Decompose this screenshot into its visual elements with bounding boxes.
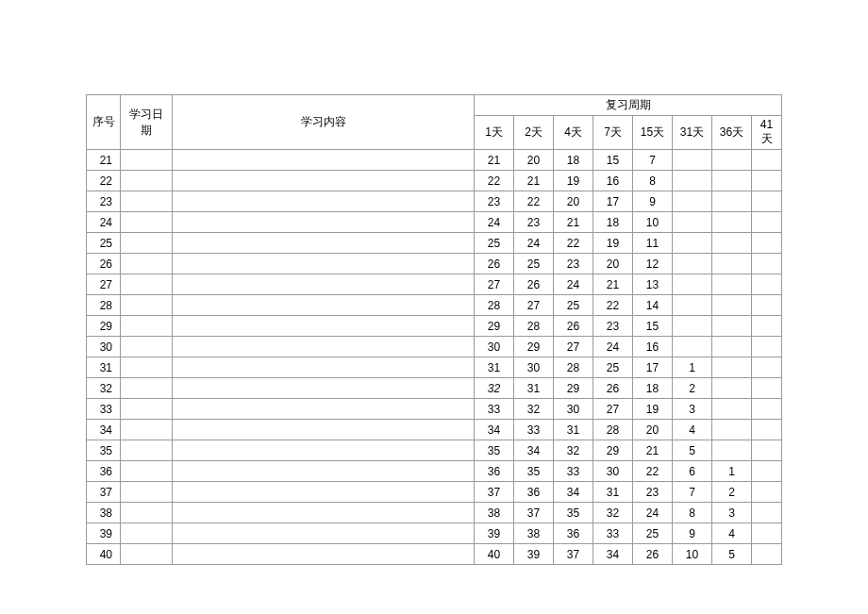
cell-date: [121, 378, 173, 399]
cell-d15: 12: [633, 254, 673, 274]
cell-d2: 28: [514, 316, 554, 337]
cell-d15: 26: [633, 544, 673, 565]
cell-content: [173, 171, 475, 191]
cell-d41: [752, 150, 782, 171]
table-body: 2121201815722222119168232322201792424232…: [87, 150, 782, 565]
cell-d1: 21: [475, 150, 514, 171]
cell-d36: 1: [712, 461, 752, 482]
cell-d4: 20: [554, 191, 593, 212]
cell-d15: 17: [633, 357, 673, 378]
cell-d41: [752, 544, 782, 565]
cell-d2: 27: [514, 295, 554, 316]
cell-seq: 34: [87, 420, 121, 440]
cell-content: [173, 274, 475, 295]
cell-d4: 21: [554, 212, 593, 233]
cell-content: [173, 440, 475, 461]
cell-d4: 34: [554, 482, 593, 503]
cell-d41: [752, 461, 782, 482]
table-row: 3434333128204: [87, 420, 782, 440]
cell-d31: 10: [673, 544, 712, 565]
table-row: 38383735322483: [87, 503, 782, 523]
cell-seq: 32: [87, 378, 121, 399]
cell-d36: [712, 316, 752, 337]
table-row: 272726242113: [87, 274, 782, 295]
table-row: 282827252214: [87, 295, 782, 316]
cell-d41: [752, 337, 782, 357]
cell-d7: 22: [593, 295, 633, 316]
cell-d41: [752, 378, 782, 399]
cell-d31: 3: [673, 399, 712, 420]
cell-d36: [712, 191, 752, 212]
cell-d15: 10: [633, 212, 673, 233]
cell-d15: 15: [633, 316, 673, 337]
cell-content: [173, 337, 475, 357]
cell-d31: 4: [673, 420, 712, 440]
cell-d41: [752, 274, 782, 295]
cell-d4: 28: [554, 357, 593, 378]
cell-d31: 1: [673, 357, 712, 378]
cell-d15: 19: [633, 399, 673, 420]
cell-d41: [752, 191, 782, 212]
cell-d2: 35: [514, 461, 554, 482]
cell-date: [121, 544, 173, 565]
table-row: 3232312926182: [87, 378, 782, 399]
cell-date: [121, 523, 173, 544]
cell-d15: 20: [633, 420, 673, 440]
cell-d36: [712, 254, 752, 274]
table-row: 404039373426105: [87, 544, 782, 565]
cell-d1: 23: [475, 191, 514, 212]
cell-d4: 33: [554, 461, 593, 482]
cell-d4: 22: [554, 233, 593, 254]
cell-d7: 21: [593, 274, 633, 295]
cell-content: [173, 503, 475, 523]
cell-d1: 38: [475, 503, 514, 523]
cell-d15: 21: [633, 440, 673, 461]
cell-d31: [673, 191, 712, 212]
cell-seq: 30: [87, 337, 121, 357]
cell-d7: 26: [593, 378, 633, 399]
cell-d7: 25: [593, 357, 633, 378]
header-day-2: 2天: [514, 116, 554, 150]
cell-d1: 33: [475, 399, 514, 420]
cell-d7: 18: [593, 212, 633, 233]
cell-d1: 24: [475, 212, 514, 233]
cell-date: [121, 233, 173, 254]
cell-date: [121, 461, 173, 482]
table-row: 22222119168: [87, 171, 782, 191]
cell-d36: [712, 150, 752, 171]
cell-seq: 35: [87, 440, 121, 461]
cell-d15: 7: [633, 150, 673, 171]
cell-content: [173, 295, 475, 316]
cell-d1: 30: [475, 337, 514, 357]
cell-d7: 15: [593, 150, 633, 171]
cell-seq: 24: [87, 212, 121, 233]
cell-d36: [712, 171, 752, 191]
table-row: 21212018157: [87, 150, 782, 171]
cell-d41: [752, 171, 782, 191]
cell-seq: 37: [87, 482, 121, 503]
cell-d15: 16: [633, 337, 673, 357]
cell-d2: 23: [514, 212, 554, 233]
table-header: 序号 学习日期 学习内容 复习周期 1天 2天 4天 7天 15天 31天 36…: [87, 95, 782, 150]
cell-date: [121, 212, 173, 233]
cell-d7: 34: [593, 544, 633, 565]
cell-d15: 22: [633, 461, 673, 482]
cell-date: [121, 295, 173, 316]
cell-d7: 31: [593, 482, 633, 503]
cell-d2: 24: [514, 233, 554, 254]
cell-d1: 34: [475, 420, 514, 440]
table-row: 37373634312372: [87, 482, 782, 503]
cell-d15: 13: [633, 274, 673, 295]
cell-d1: 40: [475, 544, 514, 565]
cell-d4: 25: [554, 295, 593, 316]
cell-d15: 14: [633, 295, 673, 316]
cell-d4: 26: [554, 316, 593, 337]
cell-d31: 9: [673, 523, 712, 544]
cell-date: [121, 440, 173, 461]
cell-d36: 4: [712, 523, 752, 544]
cell-d31: 6: [673, 461, 712, 482]
cell-content: [173, 316, 475, 337]
cell-content: [173, 150, 475, 171]
cell-d31: [673, 274, 712, 295]
cell-d2: 25: [514, 254, 554, 274]
